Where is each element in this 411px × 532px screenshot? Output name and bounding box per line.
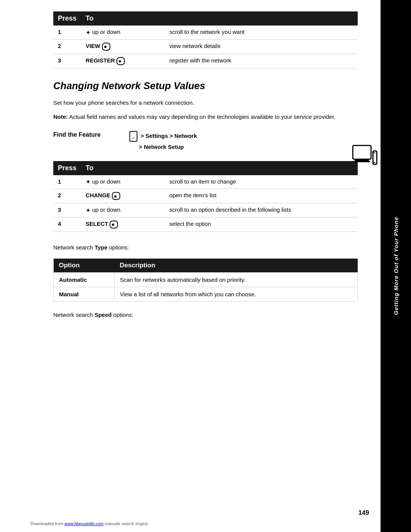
scroll-icon: ✦ <box>86 207 91 214</box>
key-label: VIEW <box>86 43 100 49</box>
option-cell: Manual <box>54 287 115 302</box>
row-action: open the item’s list <box>165 189 358 203</box>
note-text: Actual field names and values may vary d… <box>68 113 335 120</box>
table-row: 2 CHANGE open the item’s list <box>53 189 358 203</box>
key-button-icon <box>102 43 110 51</box>
row-action: register with the network <box>165 54 358 68</box>
description-cell: Scan for networks automatically based on… <box>115 273 358 287</box>
row-num: 1 <box>53 175 81 189</box>
phone-icon <box>352 145 379 175</box>
key-button-icon <box>110 220 118 228</box>
second-table-press-header: Press <box>53 161 81 175</box>
option-header: Option <box>54 259 115 273</box>
row-action: select the option <box>165 217 358 232</box>
network-search-speed-line: Network search Speed options: <box>53 311 358 320</box>
note-paragraph: Note: Actual field names and values may … <box>53 112 358 121</box>
description-cell: View a list of all networks from which y… <box>115 287 358 302</box>
second-press-table: Press To 1 ✦ up or down scroll to an ite… <box>53 161 358 232</box>
row-action: scroll to an item to change <box>165 175 358 189</box>
row-num: 2 <box>53 39 81 54</box>
table-row: 1 ✦ up or down scroll to the network you… <box>53 26 358 39</box>
table-row: 1 ✦ up or down scroll to an item to chan… <box>53 175 358 189</box>
row-key: VIEW <box>81 39 165 54</box>
row-num: 3 <box>53 203 81 217</box>
sidebar-text: Getting More Out of Your Phone <box>393 217 399 315</box>
row-key: CHANGE <box>81 189 165 203</box>
menu-icon: ⎯ <box>129 131 137 142</box>
scroll-icon: ✦ <box>86 178 91 185</box>
phone-icon-area <box>352 145 379 176</box>
row-action: scroll to the network you want <box>165 26 358 39</box>
row-num: 4 <box>53 217 81 232</box>
row-key-label: up or down <box>92 178 120 185</box>
option-cell: Automatic <box>54 273 115 287</box>
description-header: Description <box>115 259 358 273</box>
row-num: 1 <box>53 26 81 39</box>
row-action: scroll to an option described in the fol… <box>165 203 358 217</box>
options-text: options: <box>107 244 129 251</box>
table-row: 3 REGISTER register with the network <box>53 54 358 68</box>
main-content: Press To 1 ✦ up or down scroll to the ne… <box>23 0 388 349</box>
table-row: Manual View a list of all networks from … <box>54 287 358 302</box>
note-label: Note: <box>53 113 68 120</box>
network-search-label: Network search <box>53 244 93 251</box>
row-key: ✦ up or down <box>81 26 165 39</box>
row-num: 2 <box>53 189 81 203</box>
key-label: CHANGE <box>86 192 110 199</box>
top-table-press-header: Press <box>53 11 81 26</box>
find-feature-label: Find the Feature <box>53 131 129 138</box>
section-title: Changing Network Setup Values <box>53 80 358 92</box>
path-settings: > Settings > Network <box>140 133 197 139</box>
key-label: REGISTER <box>86 57 115 64</box>
svg-rect-0 <box>353 145 371 159</box>
path-network-setup: > Network Setup <box>139 144 184 150</box>
speed-bold-label: Speed <box>94 312 112 318</box>
table-row: 3 ✦ up or down scroll to an option descr… <box>53 203 358 217</box>
network-search-type-line: Network search Type options: <box>53 243 358 252</box>
row-key-label: up or down <box>92 29 120 35</box>
key-button-icon <box>112 192 120 200</box>
right-sidebar: Getting More Out of Your Phone <box>381 0 411 532</box>
row-key: SELECT <box>81 217 165 232</box>
top-table-to-header: To <box>81 11 358 26</box>
key-label: SELECT <box>86 220 108 227</box>
key-button-icon <box>116 57 125 65</box>
scroll-icon: ✦ <box>86 29 91 36</box>
row-key-label: up or down <box>92 206 120 213</box>
footer-text: Downloaded from www.Manualslib.com manua… <box>30 521 148 526</box>
second-table-to-header: To <box>81 161 358 175</box>
table-row: 4 SELECT select the option <box>53 217 358 232</box>
svg-rect-2 <box>354 161 370 162</box>
type-bold-label: Type <box>94 244 107 251</box>
network-search-speed-label: Network search <box>53 312 93 318</box>
svg-rect-1 <box>355 159 369 161</box>
row-num: 3 <box>53 54 81 68</box>
top-press-table: Press To 1 ✦ up or down scroll to the ne… <box>53 11 358 69</box>
speed-options-text: options: <box>112 312 133 318</box>
section-body: Set how your phone searches for a networ… <box>53 99 358 107</box>
find-feature-path: ⎯ > Settings > Network > Network Setup <box>129 131 197 152</box>
find-feature-row: Find the Feature ⎯ > Settings > Network … <box>53 131 358 152</box>
row-key: ✦ up or down <box>81 175 165 189</box>
option-table: Option Description Automatic Scan for ne… <box>53 259 358 302</box>
table-row: 2 VIEW view network details <box>53 39 358 54</box>
row-action: view network details <box>165 39 358 54</box>
table-row: Automatic Scan for networks automaticall… <box>54 273 358 287</box>
footer-link[interactable]: www.Manualslib.com <box>64 521 104 526</box>
row-key: REGISTER <box>81 54 165 68</box>
page-number: 149 <box>358 509 369 517</box>
row-key: ✦ up or down <box>81 203 165 217</box>
